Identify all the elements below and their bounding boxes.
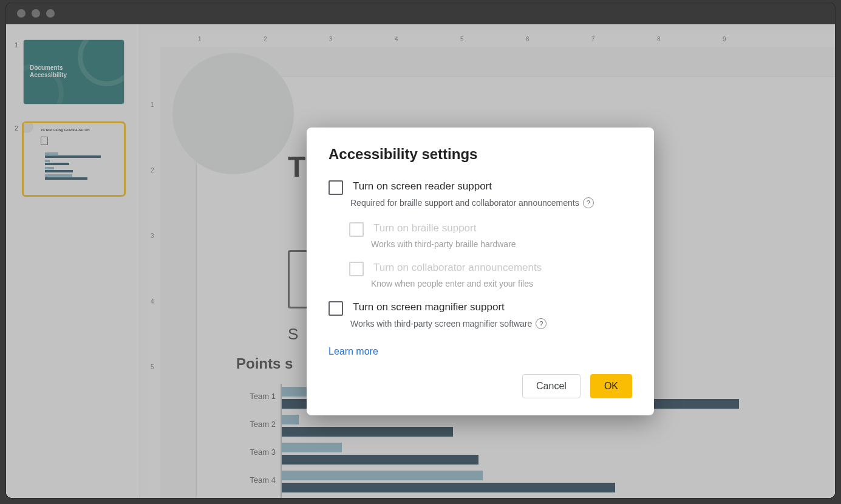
option-label: Turn on screen reader support <box>353 180 492 192</box>
window-titlebar <box>6 2 835 24</box>
learn-more-link[interactable]: Learn more <box>329 346 378 357</box>
checkbox-magnifier[interactable] <box>329 301 343 316</box>
checkbox-collab <box>349 262 364 276</box>
cancel-button[interactable]: Cancel <box>522 374 581 398</box>
option-description: Required for braille support and collabo… <box>350 198 579 208</box>
option-desc-row: Works with third-party screen magnifier … <box>350 318 632 329</box>
option-magnifier[interactable]: Turn on screen magnifier support <box>329 301 632 316</box>
traffic-light-close[interactable] <box>17 9 26 18</box>
checkbox-screen-reader[interactable] <box>329 180 343 195</box>
option-label: Turn on screen magnifier support <box>353 301 505 313</box>
ok-button[interactable]: OK <box>590 374 632 398</box>
dialog-title: Accessibility settings <box>329 146 632 163</box>
option-desc-row: Works with third-party braille hardware <box>371 239 632 249</box>
app-window: 1 Documents Accessibility 2 To test usin… <box>6 2 835 498</box>
option-screen-reader[interactable]: Turn on screen reader support <box>329 180 632 195</box>
option-desc-row: Required for braille support and collabo… <box>350 197 632 208</box>
traffic-light-max[interactable] <box>46 9 55 18</box>
option-braille[interactable]: Turn on braille support <box>349 222 632 237</box>
dialog-actions: Cancel OK <box>329 374 632 398</box>
app-content: 1 Documents Accessibility 2 To test usin… <box>6 24 835 498</box>
help-icon[interactable]: ? <box>536 318 546 329</box>
option-label: Turn on collaborator announcements <box>373 262 542 274</box>
option-label: Turn on braille support <box>373 222 476 234</box>
help-icon[interactable]: ? <box>583 197 594 208</box>
traffic-light-min[interactable] <box>32 9 40 18</box>
option-desc-row: Know when people enter and exit your fil… <box>371 279 632 288</box>
option-description: Works with third-party screen magnifier … <box>350 319 532 329</box>
option-collab[interactable]: Turn on collaborator announcements <box>349 261 632 276</box>
option-description: Know when people enter and exit your fil… <box>371 279 533 288</box>
accessibility-settings-dialog: Accessibility settings Turn on screen re… <box>307 128 654 415</box>
checkbox-braille <box>349 222 364 237</box>
option-description: Works with third-party braille hardware <box>371 239 516 249</box>
